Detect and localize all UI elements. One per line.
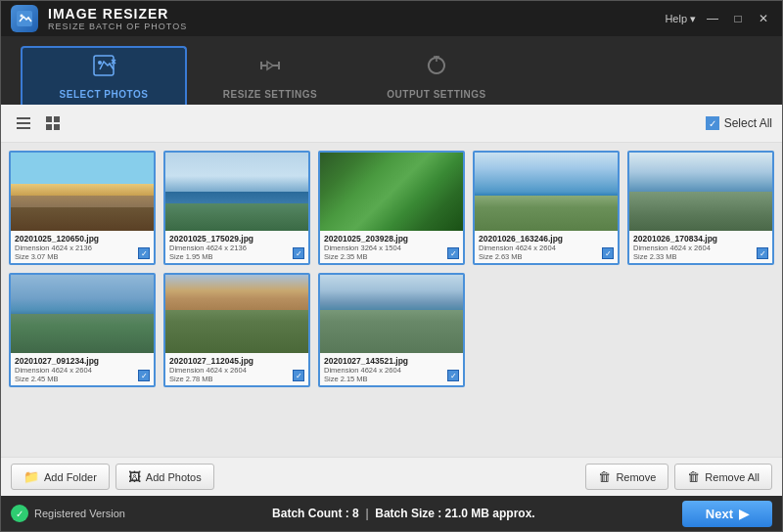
next-label: Next [706,507,733,521]
photo-dimension: Dimension 4624 x 2136 [15,244,150,252]
add-photos-label: Add Photos [146,471,202,483]
svg-rect-4 [17,117,30,119]
batch-size-label: Batch Size : [375,507,444,520]
photo-item[interactable]: 20201025_175029.jpg Dimension 4624 x 213… [163,151,310,265]
photo-checkbox[interactable]: ✓ [447,370,459,381]
svg-rect-5 [17,122,30,124]
photo-item[interactable]: 20201026_170834.jpg Dimension 4624 x 260… [627,151,774,265]
next-button[interactable]: Next ▶ [682,501,772,527]
status-left: ✓ Registered Version [11,505,125,522]
photo-checkbox[interactable]: ✓ [757,247,768,259]
resize-settings-icon [256,52,284,85]
photo-dimension: Dimension 4624 x 2604 [324,366,459,375]
output-settings-icon [423,52,450,85]
photo-dimension: Dimension 4624 x 2604 [479,244,614,252]
toolbar: ✓ Select All [1,105,782,143]
batch-count-label: Batch Count : [272,507,352,520]
svg-point-3 [98,61,102,65]
photo-checkbox[interactable]: ✓ [138,370,150,381]
tab-output-settings[interactable]: OUTPUT SETTINGS [353,46,520,105]
photo-name: 20201026_163246.jpg [479,234,614,244]
photo-thumbnail [165,153,308,231]
photo-name: 20201027_143521.jpg [324,356,459,366]
add-buttons: 📁 Add Folder 🖼 Add Photos [11,464,214,490]
photo-checkbox[interactable]: ✓ [293,370,304,381]
photo-dimension: Dimension 3264 x 1504 [324,244,459,252]
select-all-checkbox[interactable]: ✓ [706,116,719,130]
select-photos-icon [90,52,117,85]
close-button[interactable]: ✕ [755,10,772,27]
title-bar-controls: Help ▾ — □ ✕ [665,10,772,27]
remove-icon: 🗑 [598,469,611,484]
tab-resize-settings[interactable]: RESIZE SETTINGS [187,46,353,105]
photo-thumbnail [475,153,618,231]
remove-label: Remove [616,471,656,483]
photo-dimension: Dimension 4624 x 2604 [633,244,768,252]
minimize-button[interactable]: — [704,10,721,27]
photo-name: 20201025_175029.jpg [169,234,304,244]
photo-item[interactable]: 20201027_143521.jpg Dimension 4624 x 260… [318,273,465,387]
add-photos-button[interactable]: 🖼 Add Photos [115,464,214,490]
photo-name: 20201026_170834.jpg [633,234,768,244]
registered-icon: ✓ [11,505,28,522]
photo-info: 20201027_143521.jpg Dimension 4624 x 260… [320,353,463,385]
select-all-label: Select All [724,116,772,130]
photo-size: Size 2.33 MB [633,252,768,261]
photo-item[interactable]: 20201025_203928.jpg Dimension 3264 x 150… [318,151,465,265]
photo-checkbox[interactable]: ✓ [138,247,150,259]
select-all-area[interactable]: ✓ Select All [706,116,772,130]
photo-name: 20201025_203928.jpg [324,234,459,244]
photo-size: Size 2.35 MB [324,252,459,261]
photo-dimension: Dimension 4624 x 2136 [169,244,304,252]
help-label: Help [665,13,687,24]
photo-info: 20201025_175029.jpg Dimension 4624 x 213… [165,231,308,263]
help-chevron-icon: ▾ [690,13,696,25]
photo-info: 20201027_091234.jpg Dimension 4624 x 260… [11,353,154,385]
next-arrow-icon: ▶ [739,507,749,521]
photo-size: Size 2.63 MB [479,252,614,261]
title-bar-left: IMAGE RESIZER RESIZE BATCH OF PHOTOS [11,5,187,32]
folder-icon: 📁 [23,469,39,484]
title-text: IMAGE RESIZER RESIZE BATCH OF PHOTOS [48,6,187,31]
action-bar: 📁 Add Folder 🖼 Add Photos 🗑 Remove 🗑 Rem… [1,457,782,496]
batch-size-value: 21.0 MB approx. [445,507,535,520]
add-folder-button[interactable]: 📁 Add Folder [11,464,110,490]
status-bar: ✓ Registered Version Batch Count : 8 | B… [1,496,782,531]
photo-thumbnail [11,153,154,231]
photo-checkbox[interactable]: ✓ [447,247,459,259]
photo-checkbox[interactable]: ✓ [602,247,614,259]
photo-item[interactable]: 20201025_120650.jpg Dimension 4624 x 213… [9,151,156,265]
status-center: Batch Count : 8 | Batch Size : 21.0 MB a… [272,507,535,520]
title-bar: IMAGE RESIZER RESIZE BATCH OF PHOTOS Hel… [1,1,782,36]
remove-all-button[interactable]: 🗑 Remove All [674,464,772,490]
help-button[interactable]: Help ▾ [665,13,696,25]
photo-item[interactable]: 20201027_091234.jpg Dimension 4624 x 260… [9,273,156,387]
photos-icon: 🖼 [128,469,141,484]
photo-checkbox[interactable]: ✓ [293,247,304,259]
tab-select-photos[interactable]: SELECT PHOTOS [21,46,187,105]
photo-grid-area[interactable]: 20201025_120650.jpg Dimension 4624 x 213… [1,143,782,457]
photo-info: 20201025_120650.jpg Dimension 4624 x 213… [11,231,154,263]
remove-buttons: 🗑 Remove 🗑 Remove All [585,464,772,490]
svg-point-1 [21,15,23,18]
photo-thumbnail [11,275,154,353]
tab-output-settings-label: OUTPUT SETTINGS [387,89,485,100]
photo-name: 20201025_120650.jpg [15,234,150,244]
list-view-button[interactable] [11,111,36,136]
photo-info: 20201027_112045.jpg Dimension 4624 x 260… [165,353,308,385]
grid-view-button[interactable] [40,111,66,136]
photo-dimension: Dimension 4624 x 2604 [169,366,304,375]
photo-size: Size 1.95 MB [169,252,304,261]
maximize-button[interactable]: □ [729,10,747,27]
photo-item[interactable]: 20201027_112045.jpg Dimension 4624 x 260… [163,273,310,387]
tab-bar: SELECT PHOTOS RESIZE SETTINGS OUTPUT SET… [1,36,782,105]
remove-button[interactable]: 🗑 Remove [585,464,668,490]
photo-size: Size 3.07 MB [15,252,150,261]
registered-label: Registered Version [34,508,125,519]
photo-name: 20201027_112045.jpg [169,356,304,366]
photo-size: Size 2.15 MB [324,375,459,383]
photo-grid: 20201025_120650.jpg Dimension 4624 x 213… [9,151,774,387]
view-buttons [11,111,66,136]
main-content: ✓ Select All 20201025_120650.jpg Dimensi… [1,105,782,496]
photo-item[interactable]: 20201026_163246.jpg Dimension 4624 x 260… [473,151,620,265]
